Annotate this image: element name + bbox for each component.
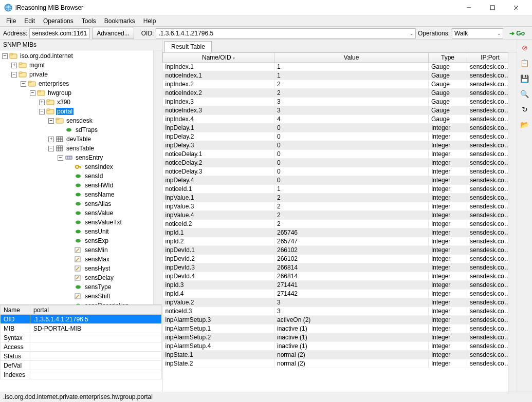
tree-toggle[interactable]: − [21, 81, 26, 87]
tree-toggle[interactable]: + [11, 63, 17, 68]
table-row[interactable]: noticeIndex.33Gaugesensdesk.com:... [163, 106, 508, 115]
table-row[interactable]: inpIndex.22Gaugesensdesk.com:... [163, 80, 508, 89]
menu-bookmarks[interactable]: Bookmarks [100, 16, 139, 26]
tree-node[interactable]: +mgmt [0, 61, 153, 70]
details-row[interactable]: OID.1.3.6.1.4.1.21796.5 [1, 315, 162, 324]
col-ip-port[interactable]: IP:Port [467, 53, 508, 63]
table-row[interactable]: inpIndex.44Gaugesensdesk.com:... [163, 115, 508, 124]
tree-toggle[interactable]: − [2, 53, 8, 59]
tree-node[interactable]: −private [0, 70, 153, 79]
table-row[interactable]: inpValue.42Integersensdesk.com:... [163, 211, 508, 220]
refresh-icon[interactable]: ↻ [520, 105, 529, 114]
details-row[interactable]: DefVal [1, 361, 162, 370]
stop-icon[interactable]: ⊘ [520, 43, 529, 52]
table-row[interactable]: inpDevId.4266814Integersensdesk.com:... [163, 272, 508, 281]
tree-node[interactable]: −iso.org.dod.internet [0, 51, 153, 61]
table-row[interactable]: inpAlarmSetup.3activeOn (2)Integersensde… [163, 316, 508, 324]
oid-combo[interactable]: .1.3.6.1.4.1.21796.5 ⌄ [156, 28, 416, 39]
table-row[interactable]: inpValue.23Integersensdesk.com:... [163, 298, 508, 307]
table-row[interactable]: inpDelay.30Integersensdesk.com:... [163, 141, 508, 150]
tree-node[interactable]: −sensTable [0, 144, 153, 153]
table-row[interactable]: inpDelay.40Integersensdesk.com:... [163, 176, 508, 185]
tree-node[interactable]: sensHyst [0, 264, 153, 273]
maximize-button[interactable] [481, 0, 504, 15]
open-icon[interactable]: 📂 [520, 120, 529, 129]
tree-node[interactable]: sensId [0, 171, 153, 181]
tree-toggle[interactable]: − [58, 155, 63, 161]
tree-node[interactable]: sensValue [0, 208, 153, 218]
table-row[interactable]: noticeDelay.20Integersensdesk.com:... [163, 159, 508, 167]
details-row[interactable]: Syntax [1, 333, 162, 342]
table-row[interactable]: inpAlarmSetup.1inactive (1)Integersensde… [163, 324, 508, 333]
menu-edit[interactable]: Edit [20, 16, 39, 26]
table-row[interactable]: inpState.2normal (2)Integersensdesk.com:… [163, 359, 508, 368]
table-row[interactable]: noticeId.11Integersensdesk.com:... [163, 185, 508, 194]
table-row[interactable]: inpAlarmSetup.2inactive (1)Integersensde… [163, 333, 508, 342]
col-value[interactable]: Value [274, 53, 429, 63]
table-row[interactable]: inpId.2265747Integersensdesk.com:... [163, 237, 508, 246]
tree-node[interactable]: −portal [0, 107, 153, 116]
tree-node[interactable]: +x390 [0, 98, 153, 107]
details-row[interactable]: Status [1, 352, 162, 361]
tree-node[interactable]: sensAlias [0, 199, 153, 208]
tree-node[interactable]: −enterprises [0, 79, 153, 88]
tree-node[interactable]: sensExp [0, 236, 153, 245]
table-row[interactable]: inpValue.12Integersensdesk.com:... [163, 194, 508, 202]
table-row[interactable]: noticeIndex.11Gaugesensdesk.com:... [163, 71, 508, 80]
tree-node[interactable]: sensMax [0, 255, 153, 264]
tree-toggle[interactable]: + [39, 100, 45, 105]
tree-node[interactable]: sensName [0, 190, 153, 199]
tree-node[interactable]: sensHWId [0, 181, 153, 190]
tree-node[interactable]: −sensdesk [0, 116, 153, 125]
tree-node[interactable]: sensUnit [0, 227, 153, 236]
tree-toggle[interactable]: − [11, 72, 17, 78]
table-row[interactable]: inpIndex.11Gaugesensdesk.com:... [163, 63, 508, 71]
tree-node[interactable]: sensValueTxt [0, 218, 153, 227]
go-button[interactable]: ➔ Go [505, 28, 529, 39]
tree-toggle[interactable]: − [39, 109, 45, 114]
tree-node[interactable]: sensType [0, 282, 153, 292]
table-row[interactable]: inpAlarmSetup.4inactive (1)Integersensde… [163, 342, 508, 351]
table-row[interactable]: inpValue.32Integersensdesk.com:... [163, 202, 508, 211]
address-combo[interactable]: sensdesk.com:1161 ⌄ [29, 28, 90, 39]
tree-node[interactable]: −sensEntry [0, 153, 153, 162]
col-type[interactable]: Type [429, 53, 467, 63]
table-row[interactable]: inpId.1265746Integersensdesk.com:... [163, 228, 508, 237]
advanced-button[interactable]: Advanced... [92, 28, 134, 39]
tree-node[interactable]: −hwgroup [0, 88, 153, 98]
table-row[interactable]: noticeId.33Integersensdesk.com:... [163, 307, 508, 316]
table-row[interactable]: inpDelay.10Integersensdesk.com:... [163, 124, 508, 132]
table-row[interactable]: inpIndex.33Gaugesensdesk.com:... [163, 98, 508, 106]
table-row[interactable]: inpDevId.2266102Integersensdesk.com:... [163, 255, 508, 263]
table-row[interactable]: noticeId.22Integersensdesk.com:... [163, 220, 508, 228]
details-row[interactable]: Access [1, 342, 162, 352]
minimize-button[interactable] [457, 0, 481, 15]
tree-node[interactable]: +devTable [0, 135, 153, 144]
menu-operations[interactable]: Operations [39, 16, 78, 26]
menu-tools[interactable]: Tools [78, 16, 100, 26]
details-row[interactable]: Indexes [1, 370, 162, 379]
tree-node[interactable]: sensShift [0, 292, 153, 301]
table-row[interactable]: inpId.4271442Integersensdesk.com:... [163, 290, 508, 298]
table-row[interactable]: inpDevId.3266814Integersensdesk.com:... [163, 263, 508, 272]
col-name-oid[interactable]: Name/OID ▾ [163, 53, 274, 63]
copy-icon[interactable]: 📋 [520, 59, 529, 68]
mib-tree[interactable]: −iso.org.dod.internet+mgmt−private−enter… [0, 50, 153, 304]
table-row[interactable]: inpDelay.20Integersensdesk.com:... [163, 132, 508, 141]
close-button[interactable] [504, 0, 528, 15]
tree-toggle[interactable]: − [48, 146, 54, 151]
tab-result-table[interactable]: Result Table [164, 41, 212, 52]
table-row[interactable]: noticeIndex.22Gaugesensdesk.com:... [163, 89, 508, 98]
grid-scrollbar[interactable] [508, 52, 517, 392]
tree-toggle[interactable]: + [48, 137, 54, 142]
save-icon[interactable]: 💾 [520, 74, 529, 83]
result-grid[interactable]: Name/OID ▾ Value Type IP:Port inpIndex.1… [162, 52, 508, 368]
operations-combo[interactable]: Walk ⌄ [452, 28, 503, 39]
tree-node[interactable]: sdTraps [0, 125, 153, 135]
tree-node[interactable]: sensIndex [0, 162, 153, 171]
tree-scrollbar[interactable] [153, 50, 162, 304]
table-row[interactable]: noticeDelay.10Integersensdesk.com:... [163, 150, 508, 159]
details-row[interactable]: MIBSD-PORTAL-MIB [1, 324, 162, 333]
table-row[interactable]: inpDevId.1266102Integersensdesk.com:... [163, 246, 508, 255]
table-row[interactable]: inpId.3271441Integersensdesk.com:... [163, 281, 508, 290]
